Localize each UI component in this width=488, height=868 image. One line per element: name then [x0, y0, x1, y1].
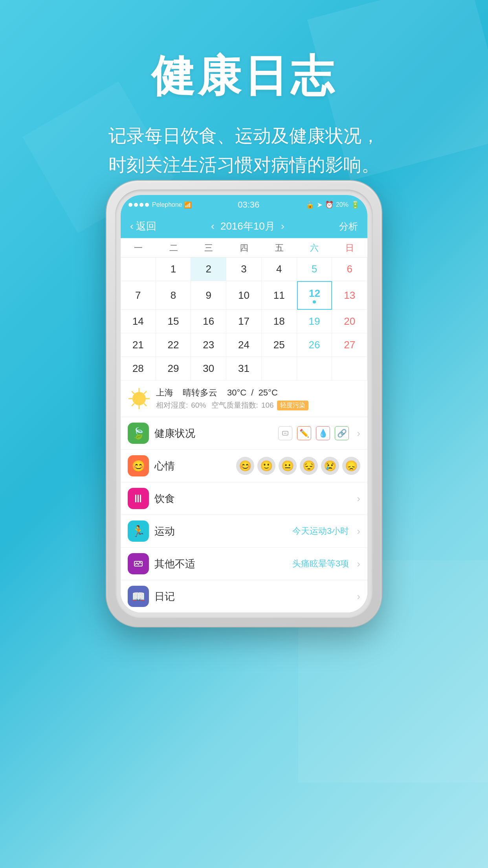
mood-very-happy[interactable]: 😊 — [236, 457, 254, 475]
cal-day-8[interactable]: 8 — [156, 281, 191, 310]
mood-label: 心情 — [154, 459, 231, 473]
weather-city: 上海 — [156, 388, 173, 397]
weekday-fri: 五 — [262, 238, 297, 257]
health-row[interactable]: 🍃 健康状况 ✏️ 💧 🔗 — [121, 417, 367, 450]
phone-screen: Pelephone 📶 03:36 🔒 ➤ ⏰ 20% 🔋 ‹ — [121, 195, 367, 612]
cal-day-27[interactable]: 27 — [332, 333, 367, 357]
cal-day-19[interactable]: 19 — [297, 310, 332, 333]
cal-day-2[interactable]: 2 — [191, 257, 226, 281]
cal-day-30[interactable]: 30 — [191, 357, 226, 381]
mood-sad[interactable]: 😔 — [300, 457, 318, 475]
cal-day-16[interactable]: 16 — [191, 310, 226, 333]
discomfort-icon-circle — [128, 553, 149, 574]
cal-day-3[interactable]: 3 — [226, 257, 262, 281]
mood-faces: 😊 🙂 😐 😔 😢 😞 — [236, 457, 360, 475]
weekday-sat: 六 — [297, 238, 332, 257]
back-label: 返回 — [136, 219, 156, 233]
discomfort-label: 其他不适 — [154, 557, 287, 571]
status-left: Pelephone 📶 — [128, 201, 192, 209]
link-icon[interactable]: 🔗 — [335, 426, 349, 440]
exercise-row[interactable]: 🏃 运动 今天运动3小时 › — [121, 515, 367, 548]
diet-label: 饮食 — [154, 492, 349, 506]
cal-day-23[interactable]: 23 — [191, 333, 226, 357]
cal-day-12[interactable]: 12 — [297, 281, 332, 310]
cal-day-13[interactable]: 13 — [332, 281, 367, 310]
cal-day-9[interactable]: 9 — [191, 281, 226, 310]
cal-day-31[interactable]: 31 — [226, 357, 262, 381]
calendar-week-header: 一 二 三 四 五 六 日 — [121, 238, 367, 257]
discomfort-svg — [133, 558, 144, 569]
diary-label: 日记 — [154, 590, 349, 603]
analyze-button[interactable]: 分析 — [339, 220, 358, 233]
cal-day-11[interactable]: 11 — [262, 281, 297, 310]
cal-day-29[interactable]: 29 — [156, 357, 191, 381]
nav-next-icon[interactable]: › — [281, 220, 284, 232]
pencil-icon[interactable]: ✏️ — [297, 426, 311, 440]
exercise-label: 运动 — [154, 524, 287, 538]
cal-day-24[interactable]: 24 — [226, 333, 262, 357]
cal-day-7[interactable]: 7 — [121, 281, 156, 310]
header-section: 健康日志 记录每日饮食、运动及健康状况， 时刻关注生活习惯对病情的影响。 — [0, 0, 488, 203]
weather-sub-text: 相对湿度: 60% 空气质量指数: 106 轻度污染 — [156, 400, 360, 410]
diary-icon-circle: 📖 — [128, 586, 149, 607]
diary-row[interactable]: 📖 日记 › — [121, 580, 367, 612]
aqi-label: 空气质量指数: — [209, 400, 258, 410]
svg-rect-12 — [140, 495, 141, 502]
sun-rays-svg — [128, 388, 150, 409]
weather-info: 上海 晴转多云 30°C / 25°C 相对湿度: 60% — [156, 387, 360, 410]
weekday-tue: 二 — [156, 238, 191, 257]
cal-day-26[interactable]: 26 — [297, 333, 332, 357]
mood-row[interactable]: 😊 心情 😊 🙂 😐 😔 😢 😞 — [121, 450, 367, 482]
carrier-name: Pelephone — [152, 201, 182, 208]
health-icon-circle: 🍃 — [128, 423, 149, 444]
cal-day-1[interactable]: 1 — [156, 257, 191, 281]
cal-day-21[interactable]: 21 — [121, 333, 156, 357]
nav-month-label: 2016年10月 — [220, 220, 275, 232]
back-arrow-icon: ‹ — [130, 220, 134, 232]
discomfort-row[interactable]: 其他不适 头痛眩晕等3项 › — [121, 548, 367, 580]
nav-bar: ‹ 返回 ‹ 2016年10月 › 分析 — [121, 215, 367, 238]
scale-icon[interactable] — [278, 426, 292, 440]
mood-happy[interactable]: 🙂 — [257, 457, 275, 475]
humidity-value: 60% — [191, 401, 206, 410]
cal-day-22[interactable]: 22 — [156, 333, 191, 357]
info-section: 上海 晴转多云 30°C / 25°C 相对湿度: 60% — [121, 381, 367, 612]
mood-terrible[interactable]: 😞 — [342, 457, 360, 475]
pollution-badge: 轻度污染 — [277, 401, 308, 410]
mood-neutral[interactable]: 😐 — [279, 457, 297, 475]
location-icon: ➤ — [317, 200, 323, 209]
mood-very-sad[interactable]: 😢 — [321, 457, 339, 475]
weather-temp-high: 30°C — [227, 388, 246, 397]
cal-day-4[interactable]: 4 — [262, 257, 297, 281]
cal-day-28[interactable]: 28 — [121, 357, 156, 381]
discomfort-arrow-icon: › — [357, 558, 360, 570]
weather-main-text: 上海 晴转多云 30°C / 25°C — [156, 387, 360, 399]
cal-day-5[interactable]: 5 — [297, 257, 332, 281]
cal-day-14[interactable]: 14 — [121, 310, 156, 333]
health-label: 健康状况 — [154, 427, 273, 440]
scale-svg — [282, 430, 289, 437]
diet-row[interactable]: 饮食 › — [121, 482, 367, 515]
status-bar: Pelephone 📶 03:36 🔒 ➤ ⏰ 20% 🔋 — [121, 195, 367, 215]
cal-day-6[interactable]: 6 — [332, 257, 367, 281]
wifi-icon: 📶 — [184, 201, 192, 209]
cal-day-15[interactable]: 15 — [156, 310, 191, 333]
cal-day-25[interactable]: 25 — [262, 333, 297, 357]
diet-svg — [133, 493, 144, 504]
exercise-value: 今天运动3小时 — [292, 525, 349, 537]
health-action-icons: ✏️ 💧 🔗 — [278, 426, 349, 440]
cal-day-17[interactable]: 17 — [226, 310, 262, 333]
drop-icon[interactable]: 💧 — [316, 426, 330, 440]
nav-prev-icon[interactable]: ‹ — [211, 220, 215, 232]
weather-temp-low: 25°C — [259, 388, 278, 397]
cal-day-18[interactable]: 18 — [262, 310, 297, 333]
cal-day-empty-2 — [262, 357, 297, 381]
weather-row: 上海 晴转多云 30°C / 25°C 相对湿度: 60% — [121, 381, 367, 417]
diet-icon-circle — [128, 488, 149, 509]
cal-day-10[interactable]: 10 — [226, 281, 262, 310]
humidity-label: 相对湿度: — [156, 400, 188, 410]
weekday-wed: 三 — [191, 238, 226, 257]
cal-day-20[interactable]: 20 — [332, 310, 367, 333]
mood-icon-circle: 😊 — [128, 455, 149, 476]
back-button[interactable]: ‹ 返回 — [130, 219, 156, 233]
